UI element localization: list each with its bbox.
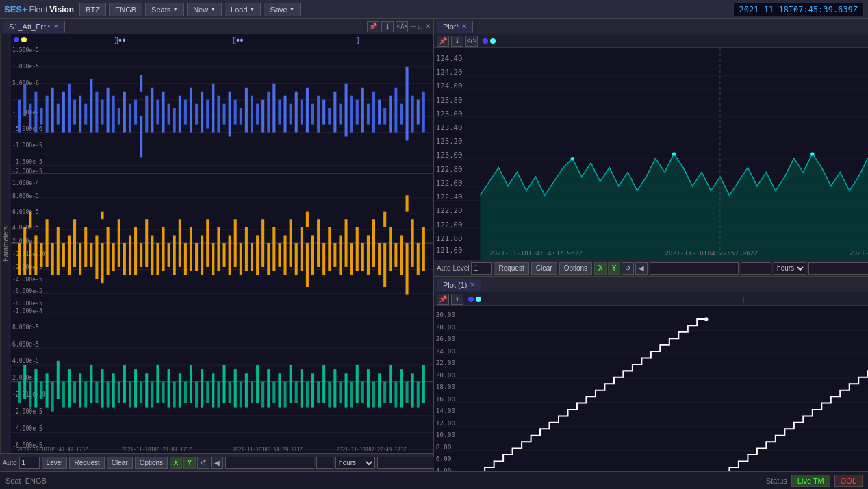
svg-text:2021-11-18T04:31:17.962Z: 2021-11-18T04:31:17.962Z [850, 249, 868, 257]
svg-rect-152 [201, 236, 203, 275]
right-top-num-input[interactable]: 0.96920 [741, 262, 771, 275]
new-button[interactable]: New ▼ [187, 3, 222, 16]
svg-rect-55 [223, 104, 226, 125]
right-top-refresh-btn[interactable]: ↺ [622, 262, 634, 275]
left-maximize-icon[interactable]: □ [418, 23, 422, 30]
seats-button[interactable]: Seats ▼ [145, 3, 184, 16]
right-bottom-dot-cyan [476, 297, 481, 302]
svg-rect-173 [311, 236, 314, 275]
svg-rect-234 [134, 369, 137, 407]
svg-rect-121 [34, 236, 37, 275]
svg-rect-225 [84, 381, 87, 407]
left-num-input[interactable]: 2 [316, 457, 333, 469]
left-panel-controls: 📌 ℹ </> [367, 21, 408, 32]
svg-rect-237 [151, 381, 153, 407]
left-code-button[interactable]: </> [396, 21, 408, 32]
svg-rect-45 [168, 104, 170, 125]
right-top-unit-select[interactable]: hours [774, 262, 806, 275]
svg-rect-33 [107, 88, 110, 133]
engb-button[interactable]: ENGB [109, 3, 142, 16]
left-start-time-input[interactable]: 2021-11-18T06:41:59.000Z [225, 457, 314, 469]
svg-rect-43 [156, 100, 159, 125]
left-info-button[interactable]: ℹ [381, 21, 394, 32]
svg-text:122.00: 122.00 [436, 221, 463, 229]
left-options-btn[interactable]: Options [135, 457, 168, 469]
right-bottom-tab[interactable]: Plot (1) ✕ [437, 279, 481, 291]
right-bottom-tab-close[interactable]: ✕ [470, 281, 475, 288]
svg-rect-70 [306, 88, 309, 133]
svg-rect-266 [311, 373, 314, 407]
ool-button[interactable]: OOL [834, 475, 863, 487]
save-button[interactable]: Save ▼ [264, 3, 301, 16]
live-tm-button[interactable]: Live TM [791, 475, 830, 487]
svg-rect-283 [406, 381, 409, 403]
svg-text:][●●: ][●● [233, 36, 244, 44]
right-top-options-btn[interactable]: Options [559, 262, 592, 275]
svg-text:26.00: 26.00 [436, 335, 456, 342]
svg-rect-171 [306, 212, 309, 227]
right-top-start-input[interactable]: 2021-11-18T04:13:10.1082 [650, 262, 739, 275]
svg-text:28.00: 28.00 [436, 323, 456, 331]
svg-rect-190 [400, 236, 403, 275]
left-tab-s1[interactable]: S1_Att_Err.* ✕ [3, 21, 65, 33]
left-request-btn[interactable]: Request [69, 457, 104, 469]
left-back-btn[interactable]: ◀ [211, 457, 223, 469]
right-top-tab[interactable]: Plot* ✕ [437, 21, 473, 33]
svg-text:4.00: 4.00 [436, 467, 452, 471]
svg-text:-4.000e-5: -4.000e-5 [12, 425, 42, 432]
svg-rect-17 [18, 100, 21, 133]
right-top-chart-info-btn[interactable]: ℹ [451, 36, 463, 47]
right-top-y-btn[interactable]: Y [608, 262, 620, 275]
svg-text:-1.000e-4: -1.000e-4 [12, 308, 42, 314]
right-bottom-chart-pin-btn[interactable]: 📌 [437, 294, 449, 305]
left-close-icon[interactable]: ✕ [425, 23, 431, 30]
svg-rect-143 [151, 236, 153, 275]
svg-rect-229 [107, 381, 110, 407]
left-refresh-btn[interactable]: ↺ [197, 457, 209, 469]
seat-label: Seat [5, 477, 21, 485]
left-level-input[interactable] [19, 457, 40, 469]
svg-rect-61 [256, 104, 259, 125]
svg-rect-46 [173, 108, 176, 133]
svg-text:8.000e-5: 8.000e-5 [12, 323, 39, 331]
right-top-clear-btn[interactable]: Clear [531, 262, 557, 275]
svg-rect-64 [272, 84, 275, 133]
load-button[interactable]: Load ▼ [225, 3, 261, 16]
btz-button[interactable]: BTZ [79, 3, 106, 16]
right-bottom-dot-blue [468, 297, 474, 302]
svg-rect-251 [229, 381, 231, 403]
svg-rect-24 [57, 104, 60, 125]
left-x-btn[interactable]: X [170, 457, 182, 469]
left-minimize-icon[interactable]: ─ [411, 23, 416, 30]
svg-rect-246 [201, 369, 203, 407]
right-top-level-input[interactable] [471, 262, 492, 275]
right-top-chart-pin-btn[interactable]: 📌 [437, 36, 449, 47]
right-top-end-input[interactable]: 2021-11-18T04:36:56.4572 [808, 262, 868, 275]
svg-rect-89 [411, 96, 414, 133]
right-top-chart-code-btn[interactable]: </> [465, 36, 478, 47]
svg-text:1.500e-5: 1.500e-5 [12, 47, 39, 54]
left-tabbar: S1_Att_Err.* ✕ 📌 ℹ </> ─ □ ✕ [0, 19, 433, 34]
svg-rect-58 [240, 108, 242, 125]
svg-rect-130 [84, 227, 87, 267]
right-top-tab-close[interactable]: ✕ [461, 23, 467, 30]
right-top-back-btn[interactable]: ◀ [635, 262, 648, 275]
right-top-request-btn[interactable]: Request [494, 262, 528, 275]
svg-text:123.80: 123.80 [436, 96, 463, 105]
svg-rect-170 [301, 227, 303, 271]
svg-text:]: ] [357, 36, 359, 44]
left-tab-label: S1_Att_Err.* [9, 23, 51, 31]
left-chart-2: 1.000e-4 8.000e-5 6.000e-5 4.000e-5 2.00… [11, 174, 433, 314]
left-clear-btn[interactable]: Clear [107, 457, 133, 469]
left-tab-close[interactable]: ✕ [53, 23, 59, 30]
right-bottom-chart-info-btn[interactable]: ℹ [451, 294, 463, 305]
svg-rect-49 [190, 88, 192, 133]
left-unit-select[interactable]: hours minutes [335, 457, 375, 469]
svg-text:2021-11-18T04:14:37.962Z: 2021-11-18T04:14:37.962Z [489, 249, 583, 257]
left-pin-button[interactable]: 📌 [367, 21, 379, 32]
left-y-btn[interactable]: Y [183, 457, 196, 469]
svg-rect-175 [322, 243, 325, 275]
left-level-btn[interactable]: Level [42, 457, 68, 469]
svg-rect-162 [256, 236, 259, 275]
right-top-x-btn[interactable]: X [594, 262, 607, 275]
